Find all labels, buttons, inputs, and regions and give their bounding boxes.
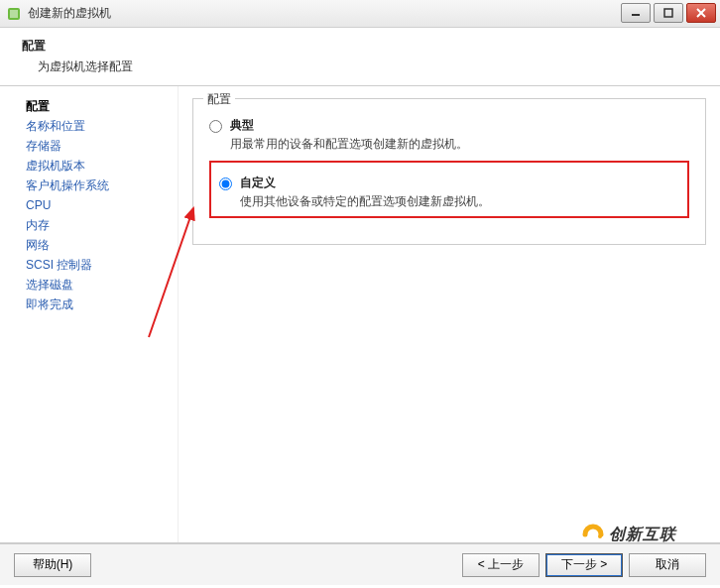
sidebar-item-3[interactable]: 虚拟机版本 [26, 156, 170, 176]
svg-rect-3 [664, 9, 672, 17]
sidebar-item-4[interactable]: 客户机操作系统 [26, 176, 170, 195]
radio-row-custom[interactable]: 自定义使用其他设备或特定的配置选项创建新虚拟机。 [219, 175, 679, 210]
radio-desc-typical: 用最常用的设备和配置选项创建新的虚拟机。 [230, 136, 468, 153]
wizard-sidebar: 配置名称和位置存储器虚拟机版本客户机操作系统CPU内存网络SCSI 控制器选择磁… [0, 86, 179, 542]
sidebar-item-6[interactable]: 内存 [26, 215, 170, 235]
radio-custom[interactable] [219, 177, 232, 190]
titlebar: 创建新的虚拟机 [0, 0, 720, 28]
maximize-button[interactable] [654, 3, 683, 23]
watermark: 创新互联 [581, 523, 676, 546]
radio-content-typical: 典型用最常用的设备和配置选项创建新的虚拟机。 [230, 117, 468, 153]
next-button[interactable]: 下一步 > [545, 553, 623, 577]
config-group: 配置 典型用最常用的设备和配置选项创建新的虚拟机。自定义使用其他设备或特定的配置… [192, 98, 706, 245]
back-button[interactable]: < 上一步 [462, 553, 540, 577]
radio-content-custom: 自定义使用其他设备或特定的配置选项创建新虚拟机。 [240, 175, 490, 210]
wizard-footer: 帮助(H) < 上一步 下一步 > 取消 [0, 543, 720, 585]
radio-label-typical: 典型 [230, 117, 468, 134]
sidebar-item-8[interactable]: SCSI 控制器 [26, 255, 170, 275]
window-title: 创建新的虚拟机 [28, 5, 111, 22]
app-icon [6, 6, 22, 22]
radio-block-custom: 自定义使用其他设备或特定的配置选项创建新虚拟机。 [209, 161, 689, 218]
content-pane: 配置 典型用最常用的设备和配置选项创建新的虚拟机。自定义使用其他设备或特定的配置… [179, 86, 720, 542]
sidebar-item-2[interactable]: 存储器 [26, 136, 170, 156]
sidebar-item-0[interactable]: 配置 [26, 96, 170, 116]
sidebar-item-10[interactable]: 即将完成 [26, 294, 170, 314]
radio-label-custom: 自定义 [240, 175, 490, 191]
help-button[interactable]: 帮助(H) [14, 553, 91, 577]
close-button[interactable] [686, 3, 716, 23]
cancel-button[interactable]: 取消 [629, 553, 706, 577]
svg-rect-1 [10, 10, 18, 18]
main-area: 配置名称和位置存储器虚拟机版本客户机操作系统CPU内存网络SCSI 控制器选择磁… [0, 86, 720, 543]
radio-block-typical: 典型用最常用的设备和配置选项创建新的虚拟机。 [209, 117, 689, 153]
page-title: 配置 [22, 38, 704, 55]
watermark-icon [581, 523, 605, 546]
radio-typical[interactable] [209, 120, 222, 133]
sidebar-item-1[interactable]: 名称和位置 [26, 116, 170, 136]
radio-desc-custom: 使用其他设备或特定的配置选项创建新虚拟机。 [240, 193, 490, 210]
watermark-text: 创新互联 [609, 525, 676, 545]
window-controls [621, 3, 716, 23]
minimize-button[interactable] [621, 3, 651, 23]
svg-point-8 [598, 534, 602, 538]
sidebar-item-5[interactable]: CPU [26, 195, 170, 215]
radio-row-typical[interactable]: 典型用最常用的设备和配置选项创建新的虚拟机。 [209, 117, 689, 153]
sidebar-item-7[interactable]: 网络 [26, 235, 170, 255]
page-header: 配置 为虚拟机选择配置 [0, 28, 720, 86]
sidebar-item-9[interactable]: 选择磁盘 [26, 275, 170, 294]
group-legend: 配置 [203, 91, 235, 108]
page-subtitle: 为虚拟机选择配置 [38, 59, 704, 75]
